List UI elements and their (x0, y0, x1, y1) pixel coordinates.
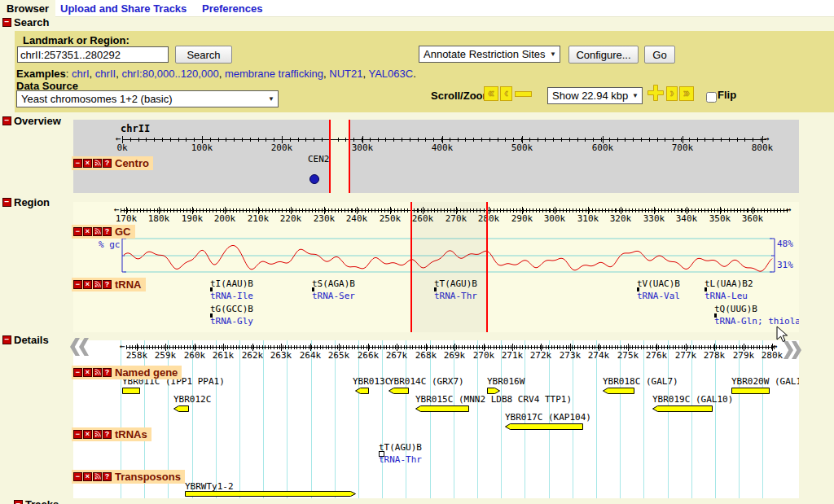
close-icon[interactable]: × (83, 368, 92, 377)
share-icon[interactable] (93, 159, 102, 168)
gene-feature-glyph[interactable] (415, 405, 470, 413)
help-icon[interactable]: ? (103, 430, 112, 439)
example-link[interactable]: chrI:80,000..120,000 (121, 68, 218, 80)
collapse-icon[interactable]: − (14, 500, 23, 504)
trna-feature-id[interactable]: tQ(UUG)B (714, 305, 757, 314)
centromere-dot[interactable] (309, 174, 319, 184)
trna-feature-id[interactable]: tL(UAA)B2 (705, 279, 753, 289)
gene-feature-glyph[interactable] (388, 388, 410, 395)
gene-feature-glyph[interactable] (731, 388, 770, 395)
gene-feature-glyph[interactable] (505, 423, 584, 431)
scroll-far-right-button[interactable]: » (679, 86, 694, 101)
collapse-icon[interactable]: − (2, 18, 11, 27)
help-icon[interactable]: ? (103, 159, 112, 168)
transposon-feature-glyph[interactable] (185, 491, 357, 497)
share-icon[interactable] (93, 472, 102, 481)
trna-feature-name[interactable]: tRNA-Thr (379, 455, 422, 465)
close-icon[interactable]: × (83, 227, 92, 236)
gene-feature-label[interactable]: YBR020W (GAL1) (731, 377, 799, 387)
gene-feature-label[interactable]: YBR013C (353, 377, 390, 387)
example-link[interactable]: chrII (95, 68, 116, 80)
ruler-tick-label: 270k (473, 351, 495, 361)
close-icon[interactable]: × (83, 280, 92, 289)
share-icon[interactable] (93, 430, 102, 439)
configure-button[interactable]: Configure... (568, 46, 639, 64)
collapse-icon[interactable]: − (73, 227, 82, 236)
flip-checkbox[interactable] (706, 92, 717, 103)
datasource-select[interactable]: Yeast chromosomes 1+2 (basic) ▼ (16, 90, 279, 107)
share-icon[interactable] (93, 280, 102, 289)
close-icon[interactable]: × (83, 472, 92, 481)
gene-feature-label[interactable]: YBR018C (GAL7) (603, 377, 678, 387)
gridline (430, 340, 431, 498)
collapse-icon[interactable]: − (2, 335, 11, 344)
zoom-out-button[interactable] (515, 91, 532, 97)
collapse-icon[interactable]: − (73, 368, 82, 377)
scroll-far-left-button[interactable]: « (484, 86, 498, 101)
gene-feature-glyph[interactable] (173, 405, 190, 413)
track-name: tRNA (115, 278, 142, 291)
tab-upload-share-tracks[interactable]: Upload and Share Tracks (54, 0, 193, 17)
trna-feature-name[interactable]: tRNA-Gly (210, 317, 253, 327)
zoom-in-button[interactable] (646, 83, 665, 106)
share-icon[interactable] (93, 227, 102, 236)
scroll-right-button[interactable]: › (666, 86, 678, 101)
trna-feature-name[interactable]: tRNA-Val (637, 291, 680, 301)
trna-feature-name[interactable]: tRNA-Leu (705, 291, 748, 301)
gene-feature-label[interactable]: YBR019C (GAL10) (652, 395, 733, 405)
gene-feature-label[interactable]: YBR015C (MNN2 LDB8 CRV4 TTP1) (415, 395, 572, 405)
tab-browser[interactable]: Browser (0, 0, 55, 17)
collapse-icon[interactable]: − (2, 198, 11, 207)
centromere-label[interactable]: CEN2 (308, 155, 330, 164)
trna-feature-name[interactable]: tRNA-Ser (312, 291, 355, 301)
example-link[interactable]: YAL063C (368, 68, 413, 80)
help-icon[interactable]: ? (103, 227, 112, 236)
collapse-icon[interactable]: − (73, 280, 82, 289)
collapse-icon[interactable]: − (73, 430, 82, 439)
ruler-tick-label: 268k (415, 351, 437, 361)
track-label-named-gene[interactable]: −×?Named gene (72, 366, 182, 379)
gene-feature-label[interactable]: YBR016W (487, 377, 525, 387)
trna-feature-id[interactable]: tS(AGA)B (312, 279, 355, 289)
help-icon[interactable]: ? (103, 472, 112, 481)
close-icon[interactable]: × (83, 159, 92, 168)
trna-feature-id[interactable]: tI(AAU)B (210, 279, 253, 289)
trna-feature-id[interactable]: tT(AGU)B (379, 443, 422, 453)
gene-feature-glyph[interactable] (355, 388, 370, 395)
track-label-trnas[interactable]: −×?tRNAs (72, 427, 151, 441)
example-link[interactable]: chrI (72, 68, 90, 80)
track-label-centromere[interactable]: −×?Centro (72, 156, 153, 170)
gene-feature-glyph[interactable] (487, 388, 501, 395)
ruler-tick-label: 262k (242, 351, 264, 361)
close-icon[interactable]: × (83, 430, 92, 439)
help-icon[interactable]: ? (103, 280, 112, 289)
go-button[interactable]: Go (644, 46, 675, 64)
gene-feature-label[interactable]: YBR014C (GRX7) (388, 377, 464, 387)
collapse-icon[interactable]: − (73, 472, 82, 481)
gene-feature-label[interactable]: YBR017C (KAP104) (505, 413, 591, 423)
help-icon[interactable]: ? (103, 368, 112, 377)
track-label-transposons[interactable]: −×?Transposons (72, 470, 185, 484)
track-label-gc[interactable]: −×?GC (72, 225, 135, 239)
gridline (454, 340, 454, 498)
search-button[interactable]: Search (175, 46, 232, 64)
trna-feature-id[interactable]: tG(GCC)B (210, 305, 253, 314)
ruler-tick-label: 400k (432, 143, 454, 153)
collapse-icon[interactable]: − (2, 116, 11, 125)
annotate-select[interactable]: Annotate Restriction Sites ▼ (419, 46, 560, 63)
gene-feature-glyph[interactable] (603, 388, 635, 395)
example-link[interactable]: membrane trafficking (225, 68, 323, 80)
gene-feature-glyph[interactable] (122, 388, 141, 395)
example-link[interactable]: NUT21 (329, 68, 362, 80)
collapse-icon[interactable]: − (73, 159, 82, 168)
trna-feature-name[interactable]: tRNA-Ile (210, 291, 253, 301)
track-label-trna[interactable]: −×?tRNA (72, 278, 146, 291)
scroll-left-button[interactable]: ‹ (500, 86, 512, 101)
tab-preferences[interactable]: Preferences (195, 0, 269, 17)
gene-feature-label[interactable]: YBR012C (173, 395, 211, 405)
share-icon[interactable] (93, 368, 102, 377)
landmark-input[interactable] (17, 46, 169, 63)
trna-feature-id[interactable]: tV(UAC)B (637, 279, 680, 289)
gene-feature-glyph[interactable] (652, 405, 713, 413)
zoom-level-select[interactable]: Show 22.94 kbp ▼ (547, 87, 643, 104)
